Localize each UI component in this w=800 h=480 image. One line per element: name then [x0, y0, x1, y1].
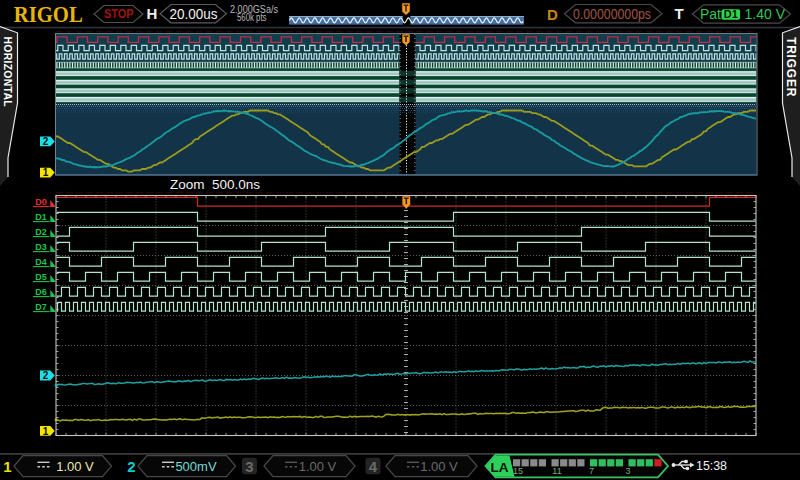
- svg-text:1: 1: [43, 426, 49, 437]
- svg-text:HORIZONTAL: HORIZONTAL: [2, 37, 13, 108]
- svg-text:D1: D1: [35, 212, 47, 222]
- svg-text:500mV: 500mV: [175, 459, 217, 474]
- svg-text:15: 15: [513, 466, 523, 476]
- svg-text:0.00000000ps: 0.00000000ps: [573, 7, 651, 22]
- svg-text:1: 1: [43, 167, 49, 178]
- svg-text:560k pts: 560k pts: [237, 12, 267, 23]
- svg-text:1: 1: [3, 458, 11, 475]
- svg-text:Zoom 500.0ns: Zoom 500.0ns: [170, 177, 260, 192]
- svg-text:D: D: [547, 6, 558, 23]
- svg-text:STOP: STOP: [104, 7, 134, 21]
- svg-text:11: 11: [552, 466, 561, 476]
- svg-text:D2: D2: [35, 227, 47, 237]
- svg-text:T: T: [675, 5, 684, 22]
- svg-text:3: 3: [625, 466, 630, 476]
- svg-text:15:38: 15:38: [696, 459, 727, 473]
- svg-text:RIGOL: RIGOL: [14, 2, 83, 27]
- svg-text:D0: D0: [35, 197, 47, 207]
- svg-text:D1: D1: [724, 8, 738, 20]
- svg-text:20.00us: 20.00us: [170, 6, 218, 22]
- svg-text:D4: D4: [35, 257, 47, 267]
- svg-text:LA: LA: [491, 460, 509, 475]
- svg-text:2: 2: [43, 136, 49, 147]
- svg-text:H: H: [147, 5, 158, 22]
- svg-text:1.00 V: 1.00 V: [299, 459, 337, 474]
- svg-text:1.00 V: 1.00 V: [56, 459, 94, 474]
- svg-text:1.40 V: 1.40 V: [745, 6, 786, 22]
- svg-text:3: 3: [245, 458, 253, 475]
- svg-text:Pat: Pat: [700, 6, 721, 22]
- svg-text:D6: D6: [35, 287, 47, 297]
- svg-text:2: 2: [127, 458, 135, 475]
- svg-text:D5: D5: [35, 272, 47, 282]
- svg-text:2: 2: [43, 370, 49, 381]
- svg-text:1.00 V: 1.00 V: [420, 459, 458, 474]
- svg-text:D7: D7: [35, 302, 47, 312]
- svg-text:TRIGGER: TRIGGER: [784, 37, 798, 97]
- svg-text:D3: D3: [35, 242, 47, 252]
- svg-text:7: 7: [589, 466, 594, 476]
- svg-text:4: 4: [369, 458, 378, 475]
